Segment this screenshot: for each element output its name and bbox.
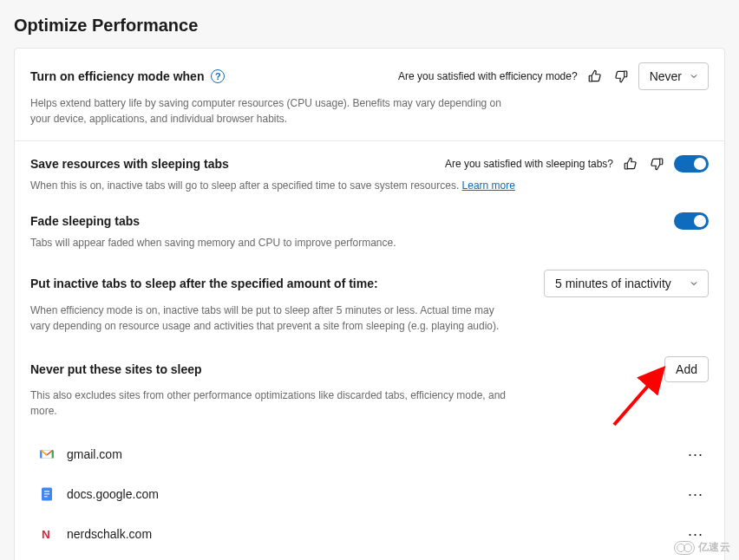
- more-icon[interactable]: ···: [684, 443, 707, 466]
- never-sleep-description: This also excludes sites from other perf…: [30, 387, 516, 419]
- watermark-icon: [674, 541, 695, 555]
- efficiency-description: Helps extend battery life by saving comp…: [30, 95, 516, 127]
- list-item: docs.google.com···: [30, 474, 709, 514]
- sleeping-feedback-text: Are you satisfied with sleeping tabs?: [445, 158, 613, 170]
- inactive-select-value: 5 minutes of inactivity: [555, 277, 671, 290]
- thumbs-up-icon[interactable]: [622, 155, 639, 173]
- inactive-description: When efficiency mode is on, inactive tab…: [30, 303, 516, 334]
- efficiency-select-value: Never: [650, 69, 682, 83]
- site-domain: docs.google.com: [67, 487, 159, 501]
- svg-rect-3: [44, 496, 48, 497]
- watermark: 亿速云: [674, 540, 731, 555]
- gdocs-icon: [39, 486, 55, 502]
- sleeping-section: Save resources with sleeping tabs Are yo…: [15, 141, 724, 560]
- never-sleep-heading: Never put these sites to sleep: [30, 362, 202, 376]
- site-domain: gmail.com: [67, 447, 122, 461]
- page-title: Optimize Performance: [14, 16, 725, 36]
- thumbs-down-icon[interactable]: [612, 68, 630, 85]
- thumbs-down-icon[interactable]: [648, 155, 665, 173]
- chevron-down-icon: [689, 71, 699, 81]
- chevron-down-icon: [689, 278, 699, 289]
- list-item: wordpress.com···: [30, 554, 709, 560]
- sleeping-description: When this is on, inactive tabs will go t…: [30, 178, 516, 193]
- sleeping-toggle[interactable]: [674, 155, 709, 173]
- sleeping-feedback: Are you satisfied with sleeping tabs?: [445, 155, 709, 173]
- add-button[interactable]: Add: [664, 356, 709, 382]
- fade-toggle[interactable]: [674, 212, 709, 230]
- help-icon[interactable]: ?: [211, 69, 225, 83]
- svg-rect-2: [44, 493, 49, 494]
- svg-text:N: N: [42, 528, 50, 541]
- efficiency-feedback-text: Are you satisfied with efficiency mode?: [398, 70, 578, 82]
- nerds-icon: N: [39, 526, 55, 542]
- list-item: gmail.com···: [30, 434, 709, 474]
- site-list: gmail.com···docs.google.com···Nnerdschal…: [30, 434, 709, 560]
- fade-description: Tabs will appear faded when saving memor…: [30, 235, 516, 251]
- fade-heading: Fade sleeping tabs: [30, 214, 140, 228]
- settings-card: Turn on efficiency mode when ? Are you s…: [14, 48, 725, 560]
- site-domain: nerdschalk.com: [67, 527, 152, 541]
- list-item: Nnerdschalk.com···: [30, 514, 709, 554]
- efficiency-feedback: Are you satisfied with efficiency mode? …: [398, 62, 709, 90]
- sleeping-heading: Save resources with sleeping tabs: [30, 157, 229, 171]
- learn-more-link[interactable]: Learn more: [462, 179, 515, 192]
- efficiency-section: Turn on efficiency mode when ? Are you s…: [15, 49, 724, 141]
- more-icon[interactable]: ···: [684, 483, 707, 505]
- svg-rect-1: [44, 491, 49, 492]
- gmail-icon: [39, 446, 55, 462]
- inactive-select[interactable]: 5 minutes of inactivity: [544, 270, 709, 297]
- inactive-heading: Put inactive tabs to sleep after the spe…: [30, 277, 378, 290]
- efficiency-select[interactable]: Never: [638, 62, 709, 90]
- thumbs-up-icon[interactable]: [586, 68, 604, 85]
- efficiency-heading: Turn on efficiency mode when: [30, 69, 204, 83]
